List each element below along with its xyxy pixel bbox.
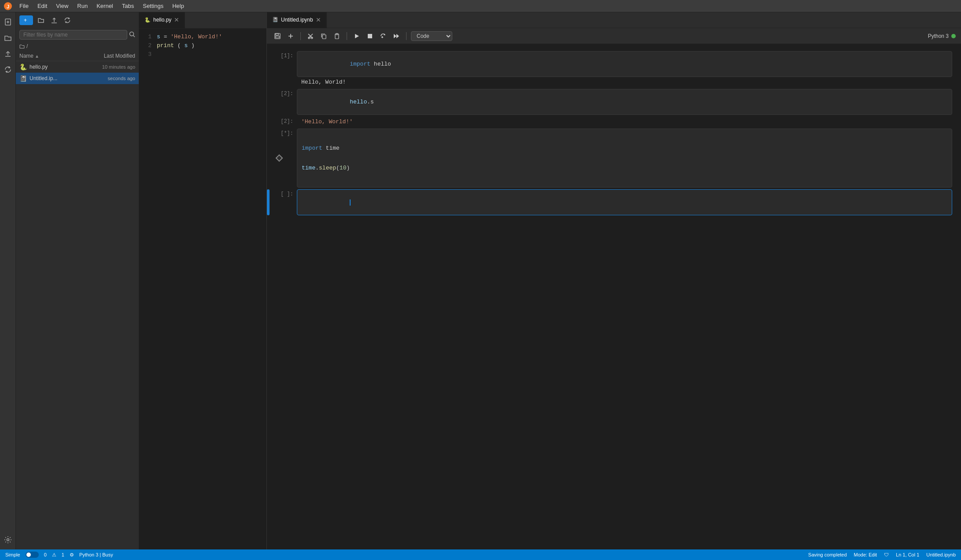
current-file: Untitled.ipynb: [926, 552, 956, 557]
run-button[interactable]: [351, 32, 362, 41]
svg-line-11: [133, 35, 135, 37]
line-code: s = 'Hello, World!': [157, 33, 222, 40]
cell-label: [2]:: [270, 89, 297, 97]
paste-button[interactable]: [332, 32, 342, 41]
status-bar: Simple 0 ⚠ 1 ⚙ Python 3 | Busy Saving co…: [0, 549, 961, 560]
notebook-cell: [ ]:: [267, 189, 961, 215]
line-number: 2: [139, 42, 157, 49]
svg-point-10: [130, 32, 134, 36]
file-name: hello.py: [30, 64, 87, 70]
upload-icon[interactable]: [2, 48, 14, 60]
main-layout: +: [0, 12, 961, 549]
svg-marker-24: [355, 34, 359, 38]
cell-indicator: [267, 117, 270, 127]
settings-icon[interactable]: ⚙: [70, 552, 74, 558]
file-modified: 10 minutes ago: [87, 64, 135, 70]
copy-button[interactable]: [318, 32, 329, 41]
kernel-status: Python 3 | Busy: [79, 552, 113, 557]
list-item[interactable]: 📓 Untitled.ip... seconds ago: [16, 73, 139, 84]
sort-arrow-icon: ▲: [35, 54, 39, 59]
new-button[interactable]: +: [19, 15, 33, 25]
menu-view[interactable]: View: [52, 2, 72, 10]
tab-hello-py[interactable]: 🐍 hello.py ✕: [139, 12, 185, 28]
tab-notebook-close[interactable]: ✕: [316, 17, 321, 23]
mode-toggle[interactable]: [26, 552, 39, 558]
open-folder-button[interactable]: [36, 15, 46, 26]
fast-forward-icon: [393, 33, 399, 39]
cut-button[interactable]: [305, 32, 316, 41]
menu-tabs[interactable]: Tabs: [118, 2, 137, 10]
stop-icon: [367, 33, 373, 39]
error-count: 0: [44, 552, 47, 557]
restart-button[interactable]: [378, 32, 388, 41]
file-name: Untitled.ip...: [30, 75, 87, 81]
cell-output: 'Hello, World!': [297, 117, 952, 127]
toolbar-separator: [300, 32, 301, 40]
svg-point-7: [7, 539, 9, 541]
notebook-panel: 📓 Untitled.ipynb ✕: [267, 12, 961, 549]
cell-label: [2]:: [270, 117, 297, 125]
cells-container: [1]: import hello Hello, World! [2]: he: [267, 44, 961, 549]
menu-file[interactable]: File: [16, 2, 32, 10]
col-name-header[interactable]: Name ▲: [19, 53, 85, 59]
breadcrumb-path: /: [26, 43, 28, 49]
menu-run[interactable]: Run: [74, 2, 91, 10]
new-file-icon[interactable]: [2, 16, 14, 28]
editors-container: 🐍 hello.py ✕ 1 s = 'Hello, World!' 2: [139, 12, 961, 549]
cell-content: import hello Hello, World!: [297, 51, 952, 87]
code-line: 3: [139, 50, 266, 59]
file-editor-content: 1 s = 'Hello, World!' 2 print ( s ): [139, 29, 266, 549]
col-name-label: Name: [19, 53, 33, 59]
file-list: 🐍 hello.py 10 minutes ago 📓 Untitled.ip.…: [16, 61, 139, 549]
stop-button[interactable]: [365, 32, 375, 41]
file-editor-tabs: 🐍 hello.py ✕: [139, 12, 266, 29]
svg-rect-25: [368, 34, 372, 38]
upload-button[interactable]: [49, 15, 59, 26]
save-button[interactable]: [272, 32, 283, 41]
file-panel: +: [16, 12, 139, 549]
cell-type-select[interactable]: Code Markdown Raw: [411, 31, 452, 41]
search-input[interactable]: [19, 30, 127, 40]
col-modified-label: Last Modified: [104, 53, 135, 59]
tab-hello-py-label: hello.py: [153, 17, 171, 23]
refresh-files-button[interactable]: [62, 15, 73, 26]
cell-output: Hello, World!: [297, 77, 952, 87]
kernel-name: Python 3: [928, 33, 949, 39]
notebook-cell: [2]: hello.s: [267, 89, 961, 115]
cursor: [350, 199, 351, 206]
search-button[interactable]: [129, 31, 135, 39]
status-left: Simple 0 ⚠ 1 ⚙ Python 3 | Busy: [5, 552, 113, 558]
cell-label: [ ]:: [270, 189, 297, 197]
cell-indicator: [267, 129, 270, 188]
cell-content: [297, 189, 952, 215]
gear-icon[interactable]: [2, 534, 14, 546]
menubar: J File Edit View Run Kernel Tabs Setting…: [0, 0, 961, 12]
code-line: 1 s = 'Hello, World!': [139, 32, 266, 41]
list-item[interactable]: 🐍 hello.py 10 minutes ago: [16, 61, 139, 73]
tab-notebook-icon: 📓: [272, 17, 278, 22]
cell-indicator: [267, 51, 270, 87]
cell-input[interactable]: import time time.sleep(10): [297, 129, 952, 188]
kernel-info: Python 3: [928, 33, 956, 39]
col-modified-header[interactable]: Last Modified: [87, 53, 135, 59]
menu-settings[interactable]: Settings: [139, 2, 167, 10]
folder-icon[interactable]: [2, 32, 14, 44]
svg-rect-21: [322, 35, 326, 39]
cell-indicator: [267, 89, 270, 115]
cell-content: import time time.sleep(10): [297, 129, 952, 188]
fast-forward-button[interactable]: [391, 32, 402, 41]
add-cell-button[interactable]: [285, 32, 296, 41]
tab-notebook[interactable]: 📓 Untitled.ipynb ✕: [267, 12, 327, 28]
menu-help[interactable]: Help: [169, 2, 188, 10]
menu-edit[interactable]: Edit: [34, 2, 51, 10]
cell-input[interactable]: hello.s: [297, 89, 952, 115]
menu-kernel[interactable]: Kernel: [93, 2, 117, 10]
tab-hello-py-close[interactable]: ✕: [174, 17, 179, 23]
cell-input[interactable]: import hello: [297, 51, 952, 77]
activity-bar: [0, 12, 16, 549]
toolbar-separator: [347, 32, 347, 40]
refresh-icon[interactable]: [2, 63, 14, 76]
notebook-file-icon: 📓: [19, 75, 27, 82]
file-modified: seconds ago: [87, 76, 135, 81]
cell-input-active[interactable]: [297, 189, 952, 215]
